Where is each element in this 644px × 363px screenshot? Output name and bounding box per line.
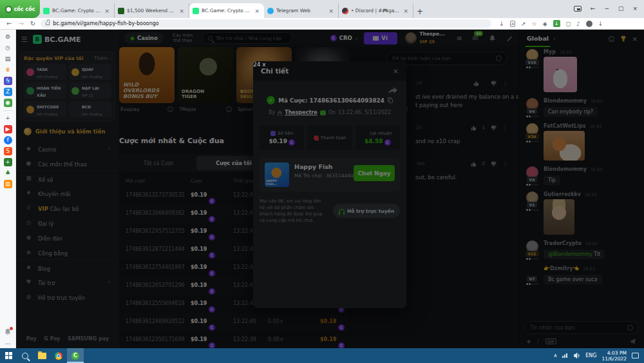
tab-close-icon[interactable]: × <box>402 8 410 14</box>
youtube-icon[interactable]: ▶ <box>4 125 12 133</box>
browser-tab[interactable]: • Discord | #🎮games | BC G × <box>339 3 413 18</box>
coccoc-taskbar-button[interactable]: C <box>67 348 84 363</box>
media-icon[interactable]: ♪ <box>576 21 580 27</box>
ssl-lock-icon[interactable] <box>46 22 50 25</box>
zalo-icon[interactable]: Z <box>4 88 12 96</box>
window-controls: ← − ▢ × <box>574 0 644 17</box>
tab-title: BC.Game: Crypto Casino Gam <box>52 8 100 14</box>
tab-title: BC.Game: Crypto Casino Gam <box>202 8 251 14</box>
volume-icon[interactable] <box>574 353 580 358</box>
windows-taskbar: C ∧ ENG 4:03 PM 11/6/2022 <box>0 348 644 363</box>
chrome-button[interactable] <box>50 348 67 363</box>
toolbar-icons: ↓ a ↗ ☆ ◈ ↓ ◻ ♪ ↓ <box>499 20 603 27</box>
minimize-button[interactable]: − <box>604 5 609 12</box>
sidebar-toggle-icon[interactable]: ← <box>591 5 596 12</box>
vip-crown-icon[interactable]: ♛ <box>4 66 12 74</box>
tab-favicon <box>118 8 124 14</box>
cart-icon[interactable]: ▥ <box>4 180 12 188</box>
coccoc-logo-icon <box>5 6 12 13</box>
history-clock-icon[interactable]: ◷ <box>4 44 12 52</box>
notification-bell[interactable] <box>4 328 12 336</box>
bell-badge-dot <box>10 327 13 330</box>
browser-tab[interactable]: Telegram Web × <box>264 3 339 18</box>
tree-icon[interactable]: ♣ <box>4 169 12 177</box>
adblock-shield-icon[interactable]: ◈ <box>543 21 547 27</box>
screen: cốc cốc BC.Game: Crypto Casino Gam × $1,… <box>0 0 644 363</box>
tab-title: • Discord | #🎮games | BC G <box>351 8 399 14</box>
tab-title: Telegram Web <box>276 8 325 14</box>
chrome-icon <box>55 352 62 360</box>
shopee-icon[interactable]: S <box>4 147 12 155</box>
start-button[interactable] <box>0 348 17 363</box>
tray-expand-icon[interactable]: ∧ <box>553 353 557 358</box>
forward-button[interactable]: → <box>18 20 23 27</box>
extensions-icon[interactable]: ◻ <box>566 21 571 27</box>
browser-tab-strip: cốc cốc BC.Game: Crypto Casino Gam × $1,… <box>0 0 644 18</box>
back-button[interactable]: ← <box>6 20 12 27</box>
windows-logo-icon <box>5 352 12 359</box>
network-icon[interactable] <box>562 353 569 358</box>
browser-toolbar: ← → ↻ ↓ a ↗ ☆ ◈ ↓ ◻ ♪ ↓ <box>0 18 644 30</box>
tab-preview-icon[interactable] <box>574 6 582 12</box>
strip-more-icon[interactable]: ⋯ <box>4 340 12 348</box>
translate-icon[interactable]: a <box>510 21 515 27</box>
games-gamepad-icon[interactable]: ◉ <box>4 99 12 107</box>
browser-tab[interactable]: $1,500 Weekend Booongo M × <box>115 3 189 18</box>
tab-close-icon[interactable]: × <box>178 8 185 14</box>
browser-profile-icon[interactable] <box>586 21 592 27</box>
browser-tab[interactable]: BC.Game: Crypto Casino Gam × <box>189 3 264 18</box>
nav-buttons: ← → ↻ <box>0 20 41 27</box>
facebook-icon[interactable]: f <box>4 136 12 144</box>
tab-favicon <box>267 8 274 14</box>
reading-list-icon[interactable]: ▤ <box>4 55 12 63</box>
url-input[interactable] <box>53 21 439 26</box>
taskbar-clock[interactable]: 4:03 PM 11/6/2022 <box>602 350 627 362</box>
tab-title: $1,500 Weekend Booongo M <box>127 8 175 14</box>
tab-close-icon[interactable]: × <box>327 8 335 14</box>
close-window-button[interactable]: × <box>632 5 638 12</box>
coccoc-logo[interactable]: cốc cốc <box>0 0 40 18</box>
tab-favicon <box>342 8 348 14</box>
coccoc-brand-label: cốc cốc <box>14 6 35 12</box>
language-indicator[interactable]: ENG <box>585 353 596 358</box>
file-explorer-button[interactable] <box>33 348 50 363</box>
coccoc-icon: C <box>71 352 79 360</box>
coccoc-side-strip: ⚙ ◷ ▤ ♛ ϟ Z ◉ + ▶ f S + ♣ ▥ ⋯ <box>0 30 16 348</box>
new-tab-button[interactable]: + <box>413 5 426 18</box>
downloads-icon[interactable]: ↓ <box>598 21 603 27</box>
bookmark-star-icon[interactable]: ☆ <box>532 21 537 27</box>
idm-download-icon[interactable]: ↓ <box>553 20 560 27</box>
clock-date: 11/6/2022 <box>602 356 627 362</box>
add-shortcut-icon[interactable]: + <box>4 114 12 123</box>
messenger-icon[interactable]: ϟ <box>4 77 12 85</box>
bet-stats-row: Số tiền $0.19C Thanh toán 24 xC <box>253 126 406 150</box>
gift-icon[interactable]: + <box>4 158 12 166</box>
tab-favicon <box>43 8 50 14</box>
strip-divider <box>3 110 13 111</box>
clock-time: 4:03 PM <box>607 350 627 356</box>
browser-tabs: BC.Game: Crypto Casino Gam × $1,500 Week… <box>40 3 413 18</box>
browser-tab[interactable]: BC.Game: Crypto Casino Gam × <box>40 3 115 18</box>
tab-close-icon[interactable]: × <box>253 8 261 14</box>
bet-stat-box: Thanh toán 24 xC <box>307 126 352 150</box>
maximize-button[interactable]: ▢ <box>618 5 624 12</box>
save-page-icon[interactable]: ↓ <box>499 21 504 27</box>
tab-close-icon[interactable]: × <box>103 8 111 14</box>
reload-button[interactable]: ↻ <box>30 20 35 27</box>
tab-favicon <box>193 8 199 14</box>
system-tray: ∧ ENG 4:03 PM 11/6/2022 <box>553 350 644 362</box>
share-icon[interactable]: ↗ <box>521 21 526 27</box>
bet-details-modal: Chi tiết × ✓ Mã Cược: 174863613066409382… <box>253 61 406 308</box>
action-center-icon[interactable] <box>632 353 639 358</box>
folder-icon <box>38 353 46 359</box>
settings-gear-icon[interactable]: ⚙ <box>4 33 12 41</box>
bcgame-page: ☰ B BC.GAME Đặc quyền VIP của tôi Thêm › <box>16 30 644 348</box>
taskbar-search-button[interactable] <box>17 348 33 363</box>
address-bar[interactable] <box>41 19 491 28</box>
stat-value: 24 xC <box>253 61 406 308</box>
search-icon <box>22 353 28 359</box>
